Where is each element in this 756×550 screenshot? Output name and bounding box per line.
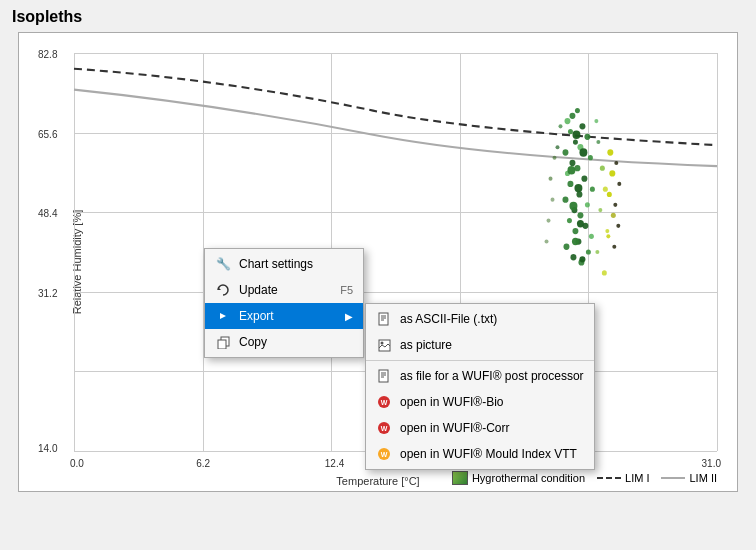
legend-lim1: LIM I [597, 472, 649, 484]
svg-point-4 [568, 129, 573, 134]
refresh-icon [215, 282, 231, 298]
svg-point-60 [613, 203, 617, 207]
menu-item-update-label: Update [239, 283, 278, 297]
svg-rect-68 [379, 340, 390, 351]
y-tick-2: 31.2 [38, 288, 57, 299]
copy-icon [215, 334, 231, 350]
x-tick-2: 12.4 [325, 458, 344, 469]
legend-lim2: LIM II [661, 472, 717, 484]
svg-point-61 [616, 224, 620, 228]
svg-point-69 [380, 341, 383, 344]
legend-lim1-label: LIM I [625, 472, 649, 484]
svg-point-43 [574, 184, 582, 192]
menu-item-export[interactable]: Export ▶ [205, 303, 363, 329]
submenu-item-wufi-mould[interactable]: W open in WUFI® Mould Index VTT [366, 441, 594, 467]
svg-point-51 [547, 218, 551, 222]
svg-point-62 [612, 245, 616, 249]
svg-point-37 [605, 229, 609, 233]
file-icon-wufi-post [376, 368, 392, 384]
svg-point-45 [577, 220, 584, 227]
y-tick-3: 48.4 [38, 208, 57, 219]
x-tick-5: 31.0 [702, 458, 721, 469]
svg-point-59 [617, 182, 621, 186]
svg-point-42 [567, 166, 575, 174]
menu-item-chart-settings-label: Chart settings [239, 257, 313, 271]
svg-point-54 [609, 170, 615, 176]
svg-point-13 [581, 176, 587, 182]
circle-logo-bio-icon: W [376, 394, 392, 410]
svg-point-2 [564, 118, 570, 124]
svg-point-0 [569, 113, 575, 119]
svg-rect-81 [218, 340, 226, 349]
svg-point-46 [572, 238, 579, 245]
submenu-item-ascii-label: as ASCII-File (.txt) [400, 312, 497, 326]
y-tick-1: 14.0 [38, 443, 57, 454]
svg-point-55 [607, 192, 612, 197]
svg-point-16 [576, 191, 582, 197]
x-axis-label: Temperature [°C] [336, 475, 419, 487]
submenu-item-picture[interactable]: as picture [366, 332, 594, 358]
legend-lim2-label: LIM II [689, 472, 717, 484]
legend-hygrothermal-label: Hygrothermal condition [472, 472, 585, 484]
menu-item-export-label: Export [239, 309, 274, 323]
svg-point-41 [579, 148, 587, 156]
chart-area: 82.8 65.6 48.4 31.2 14.0 0.0 6.2 12.4 18… [74, 53, 717, 451]
svg-point-31 [594, 119, 598, 123]
submenu-item-picture-label: as picture [400, 338, 452, 352]
menu-item-chart-settings[interactable]: 🔧 Chart settings [205, 251, 363, 277]
svg-point-48 [553, 156, 557, 160]
submenu-item-wufi-post-label: as file for a WUFI® post processor [400, 369, 584, 383]
submenu-item-wufi-bio-label: open in WUFI®-Bio [400, 395, 504, 409]
wrench-icon: 🔧 [215, 256, 231, 272]
page-container: Isopleths Relative Humidity [%] 82.8 65.… [0, 0, 756, 550]
svg-point-18 [585, 202, 590, 207]
menu-item-update[interactable]: Update F5 [205, 277, 363, 303]
page-title: Isopleths [12, 8, 744, 26]
menu-item-copy[interactable]: Copy [205, 329, 363, 355]
menu-item-update-shortcut: F5 [340, 284, 353, 296]
svg-point-38 [595, 250, 599, 254]
svg-point-6 [573, 139, 578, 144]
svg-point-56 [611, 213, 616, 218]
svg-point-26 [563, 244, 569, 250]
submenu-item-wufi-corr[interactable]: W open in WUFI®-Corr [366, 415, 594, 441]
x-tick-1: 6.2 [196, 458, 210, 469]
legend: Hygrothermal condition LIM I LIM II [452, 471, 717, 485]
svg-point-27 [586, 249, 591, 254]
circle-logo-corr-icon: W [376, 420, 392, 436]
x-tick-0: 0.0 [70, 458, 84, 469]
svg-point-20 [577, 212, 583, 218]
svg-point-15 [590, 187, 595, 192]
svg-rect-70 [379, 370, 388, 382]
image-icon [376, 337, 392, 353]
legend-hygrothermal: Hygrothermal condition [452, 471, 585, 485]
svg-point-33 [596, 140, 600, 144]
submenu-item-wufi-bio[interactable]: W open in WUFI®-Bio [366, 389, 594, 415]
circle-logo-mould-icon: W [376, 446, 392, 462]
svg-text:W: W [381, 425, 388, 432]
context-menu: 🔧 Chart settings Update F5 [204, 248, 364, 358]
submenu-arrow-icon: ▶ [345, 311, 353, 322]
menu-item-copy-label: Copy [239, 335, 267, 349]
svg-point-40 [572, 131, 580, 139]
svg-point-9 [588, 155, 593, 160]
grid-v-5 [717, 53, 718, 451]
svg-point-35 [603, 187, 608, 192]
submenu-separator [366, 360, 594, 361]
svg-point-32 [556, 145, 560, 149]
svg-point-8 [562, 149, 568, 155]
svg-text:W: W [381, 399, 388, 406]
svg-point-17 [562, 196, 568, 202]
svg-rect-64 [379, 313, 388, 325]
submenu: as ASCII-File (.txt) as picture [365, 303, 595, 470]
svg-point-3 [579, 123, 585, 129]
y-tick-5: 82.8 [38, 49, 57, 60]
arrow-right-icon [215, 308, 231, 324]
svg-point-53 [607, 149, 613, 155]
submenu-item-wufi-post[interactable]: as file for a WUFI® post processor [366, 363, 594, 389]
svg-point-10 [569, 160, 575, 166]
svg-point-23 [572, 228, 578, 234]
submenu-item-wufi-corr-label: open in WUFI®-Corr [400, 421, 510, 435]
svg-point-44 [569, 202, 577, 210]
submenu-item-ascii[interactable]: as ASCII-File (.txt) [366, 306, 594, 332]
